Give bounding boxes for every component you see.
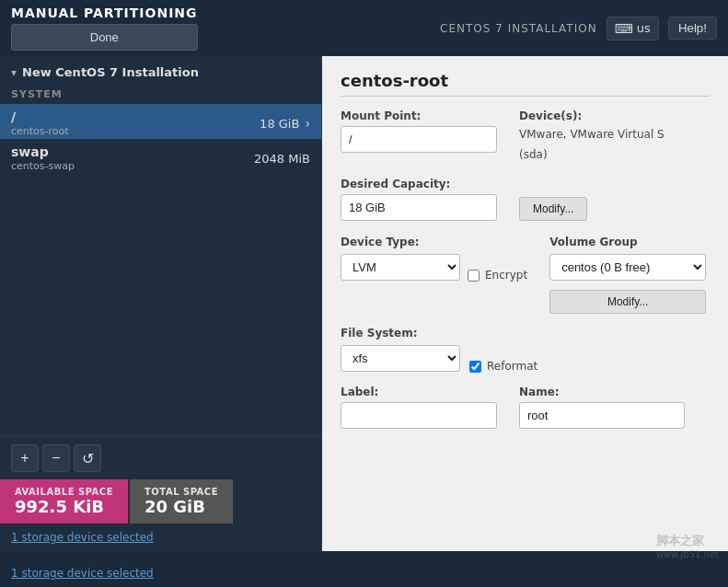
main-content: ▾ New CentOS 7 Installation SYSTEM / cen… <box>0 56 728 551</box>
refresh-button[interactable]: ↺ <box>74 444 101 472</box>
partition-name-root: / <box>11 109 69 124</box>
partition-sub-swap: centos-swap <box>11 160 75 172</box>
total-space-box: TOTAL SPACE 20 GiB <box>130 479 233 524</box>
device-type-volume-row: Device Type: LVM Encrypt Volume Group ce… <box>341 236 710 314</box>
space-indicators: AVAILABLE SPACE 992.5 KiB TOTAL SPACE 20… <box>0 479 321 524</box>
mount-point-group: Mount Point: <box>341 109 497 163</box>
volume-group-section: Volume Group centos (0 B free) Modify... <box>549 236 706 314</box>
label-group: Label: <box>341 386 497 429</box>
encrypt-group: Encrypt <box>468 269 527 282</box>
modify-button-2[interactable]: Modify... <box>549 290 706 314</box>
device-info-line2: (sda) <box>519 146 664 163</box>
available-space-value: 992.5 KiB <box>15 497 104 516</box>
collapse-icon: ▾ <box>11 66 17 79</box>
keyboard-icon: ⌨ <box>615 21 633 36</box>
encrypt-label: Encrypt <box>485 269 527 282</box>
partition-right-root: 18 GiB › <box>260 116 310 131</box>
form-row-capacity-modify: Desired Capacity: Modify... <box>341 178 710 221</box>
name-field-label: Name: <box>519 386 685 398</box>
modify-button-1[interactable]: Modify... <box>519 197 587 221</box>
reformat-checkbox[interactable] <box>469 361 481 373</box>
volume-group-label: Volume Group <box>549 236 706 248</box>
total-space-value: 20 GiB <box>144 497 205 516</box>
partition-sub-root: centos-root <box>11 125 69 137</box>
reformat-label: Reformat <box>487 360 537 373</box>
page-title: MANUAL PARTITIONING <box>11 6 198 20</box>
form-row-mount-device: Mount Point: Device(s): VMware, VMware V… <box>341 109 710 163</box>
partition-item-root[interactable]: / centos-root 18 GiB › <box>0 104 321 139</box>
total-space-label: TOTAL SPACE <box>144 487 218 497</box>
keyboard-lang: us <box>637 21 651 35</box>
name-group: Name: <box>519 386 685 429</box>
mount-point-label: Mount Point: <box>341 109 497 122</box>
chevron-right-icon-root: › <box>305 116 310 131</box>
encrypt-checkbox[interactable] <box>468 270 480 282</box>
desired-capacity-group: Desired Capacity: <box>341 178 497 221</box>
partition-size-root: 18 GiB <box>260 117 299 131</box>
done-button[interactable]: Done <box>11 24 198 51</box>
bottom-toolbar: + − ↺ <box>0 436 321 479</box>
device-type-label: Device Type: <box>341 236 527 248</box>
volume-group-select[interactable]: centos (0 B free) <box>549 254 706 281</box>
label-input[interactable] <box>341 402 497 429</box>
label-field-label: Label: <box>341 386 497 398</box>
device-group: Device(s): VMware, VMware Virtual S (sda… <box>519 109 664 163</box>
add-partition-button[interactable]: + <box>11 444 39 472</box>
partition-item-swap[interactable]: swap centos-swap 2048 MiB <box>0 139 321 174</box>
bottom-form-row: Label: Name: <box>341 386 710 429</box>
partition-list: / centos-root 18 GiB › swap centos-swap … <box>0 104 321 436</box>
desired-capacity-input[interactable] <box>341 194 497 221</box>
partition-left-root: / centos-root <box>11 109 69 137</box>
desired-capacity-label: Desired Capacity: <box>341 178 497 190</box>
device-type-group: Device Type: LVM Encrypt <box>341 236 527 282</box>
footer-storage-link[interactable]: 1 storage device selected <box>11 567 154 580</box>
device-label: Device(s): <box>519 109 664 122</box>
partition-name-swap: swap <box>11 144 75 159</box>
installation-header: ▾ New CentOS 7 Installation <box>0 56 321 85</box>
modify-button-group-1: Modify... <box>519 178 587 221</box>
system-label: SYSTEM <box>0 85 321 104</box>
available-space-label: AVAILABLE SPACE <box>15 487 113 497</box>
centos-label: CENTOS 7 INSTALLATION <box>440 22 597 35</box>
keyboard-button[interactable]: ⌨ us <box>607 17 659 40</box>
reformat-group: Reformat <box>469 360 537 373</box>
filesystem-row: File System: xfs Reformat <box>341 327 710 373</box>
file-system-select[interactable]: xfs <box>341 345 460 372</box>
partition-right-swap: 2048 MiB <box>254 152 310 166</box>
filesystem-group: File System: xfs Reformat <box>341 327 537 373</box>
file-system-label: File System: <box>341 327 537 340</box>
available-space-box: AVAILABLE SPACE 992.5 KiB <box>0 479 128 524</box>
mount-point-input[interactable] <box>341 126 497 153</box>
header: MANUAL PARTITIONING Done CENTOS 7 INSTAL… <box>0 0 728 56</box>
watermark: 脚本之家 www.jb51.net <box>656 533 719 559</box>
storage-device-link[interactable]: 1 storage device selected <box>0 524 321 551</box>
help-button[interactable]: Help! <box>668 17 717 40</box>
left-panel: ▾ New CentOS 7 Installation SYSTEM / cen… <box>0 56 322 551</box>
header-right: CENTOS 7 INSTALLATION ⌨ us Help! <box>440 17 717 40</box>
footer-bar: 1 storage device selected <box>0 559 728 587</box>
partition-left-swap: swap centos-swap <box>11 144 75 172</box>
partition-section-title: centos-root <box>341 71 710 97</box>
right-panel: centos-root Mount Point: Device(s): VMwa… <box>322 56 728 551</box>
partition-size-swap: 2048 MiB <box>254 152 310 166</box>
remove-partition-button[interactable]: − <box>42 444 70 472</box>
installation-title: New CentOS 7 Installation <box>22 65 199 79</box>
device-type-select[interactable]: LVM <box>341 254 460 281</box>
device-info-line1: VMware, VMware Virtual S <box>519 126 664 143</box>
name-input[interactable] <box>519 402 685 429</box>
